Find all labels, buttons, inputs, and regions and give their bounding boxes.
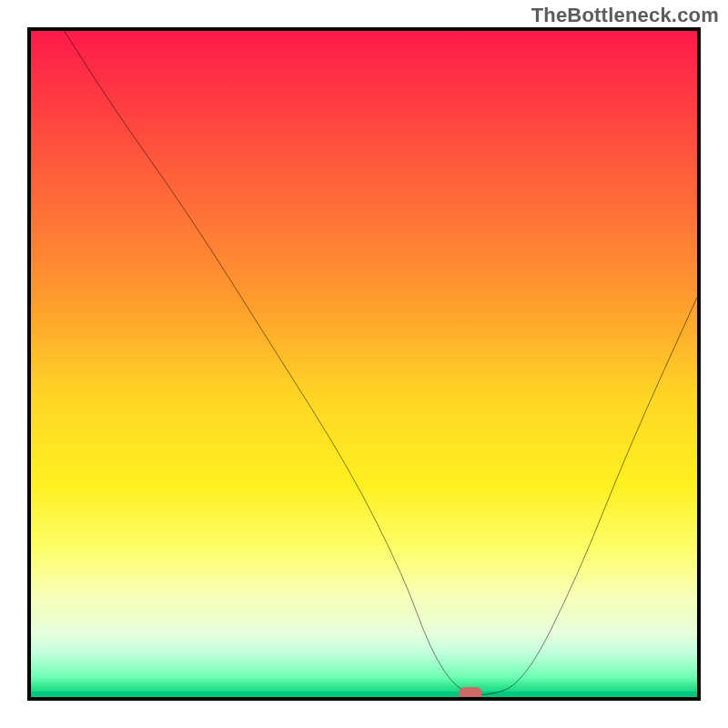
optimal-point-marker: [459, 687, 482, 700]
watermark-text: TheBottleneck.com: [531, 4, 719, 27]
chart-root: TheBottleneck.com: [0, 0, 728, 728]
plot-area: [27, 27, 701, 701]
bottleneck-curve: [65, 31, 697, 695]
curve-layer: [31, 31, 697, 697]
